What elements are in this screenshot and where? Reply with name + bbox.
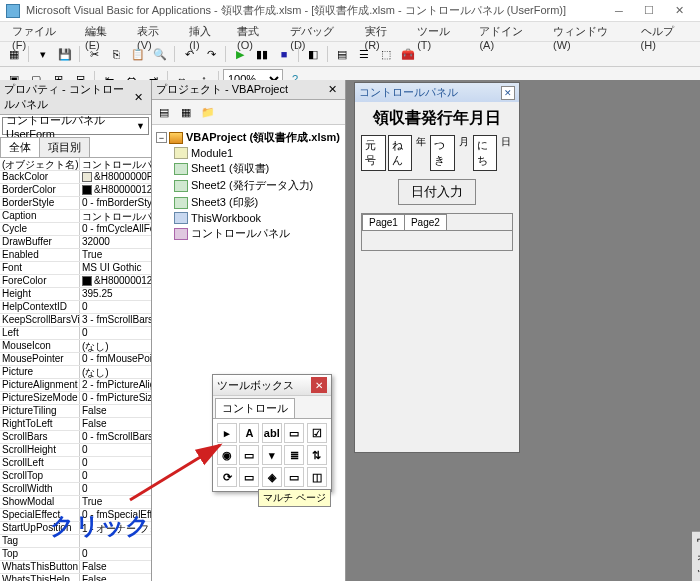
prop-row[interactable]: MousePointer0 - fmMousePointe — [0, 353, 151, 366]
props-close-icon[interactable]: ✕ — [130, 91, 147, 104]
prop-value[interactable]: コントロールパネル — [80, 210, 151, 222]
prop-row[interactable]: WhatsThisButtonFalse — [0, 561, 151, 574]
prop-row[interactable]: ForeColor&H80000012& — [0, 275, 151, 288]
prop-row[interactable]: (オブジェクト名)コントロールパネル — [0, 158, 151, 171]
prop-value[interactable]: 0 - fmScrollBarsN — [80, 431, 151, 443]
prop-row[interactable]: PictureTilingFalse — [0, 405, 151, 418]
menu-edit[interactable]: 編集(E) — [77, 22, 129, 41]
tb-objbrowser[interactable]: ⬚ — [376, 44, 396, 64]
prop-value[interactable]: True — [80, 496, 151, 508]
prop-value[interactable]: False — [80, 418, 151, 430]
tb-save[interactable]: 💾 — [55, 44, 75, 64]
tb-props[interactable]: ☰ — [354, 44, 374, 64]
prop-row[interactable]: BackColor&H8000000F& — [0, 171, 151, 184]
prop-value[interactable]: 0 — [80, 327, 151, 339]
tb-project[interactable]: ▤ — [332, 44, 352, 64]
toolbox-tool-10[interactable]: ⟳ — [217, 467, 237, 487]
prop-value[interactable]: 0 — [80, 457, 151, 469]
tree-node[interactable]: コントロールパネル — [174, 225, 341, 242]
prop-value[interactable]: 0 — [80, 444, 151, 456]
toolbox-tool-9[interactable]: ⇅ — [307, 445, 327, 465]
prop-row[interactable]: DrawBuffer32000 — [0, 236, 151, 249]
props-tab-all[interactable]: 全体 — [0, 137, 40, 157]
proj-view-code[interactable]: ▤ — [154, 102, 174, 122]
expand-icon[interactable]: − — [156, 132, 167, 143]
prop-value[interactable]: 395.25 — [80, 288, 151, 300]
toolbox-tool-7[interactable]: ▾ — [262, 445, 282, 465]
toolbox-tool-0[interactable]: ▸ — [217, 423, 237, 443]
tree-root[interactable]: − VBAProject (領収書作成.xlsm) — [156, 129, 341, 146]
tb-reset[interactable]: ■ — [274, 44, 294, 64]
prop-value[interactable]: 32000 — [80, 236, 151, 248]
toolbox-tool-13[interactable]: ▭ — [284, 467, 304, 487]
toolbox-tool-11[interactable]: ▭ — [239, 467, 259, 487]
menu-help[interactable]: ヘルプ(H) — [633, 22, 696, 41]
era-combo[interactable]: 元号 — [361, 135, 386, 171]
prop-row[interactable]: HelpContextID0 — [0, 301, 151, 314]
prop-row[interactable]: Captionコントロールパネル — [0, 210, 151, 223]
prop-value[interactable]: 0 — [80, 301, 151, 313]
prop-row[interactable]: BorderStyle0 - fmBorderStyle — [0, 197, 151, 210]
prop-value[interactable]: 3 - fmScrollBarsB — [80, 314, 151, 326]
proj-folder[interactable]: 📁 — [198, 102, 218, 122]
proj-view-object[interactable]: ▦ — [176, 102, 196, 122]
prop-row[interactable]: BorderColor&H80000012& — [0, 184, 151, 197]
prop-value[interactable]: MS UI Gothic — [80, 262, 151, 274]
prop-row[interactable]: ShowModalTrue — [0, 496, 151, 509]
form-designer[interactable]: コントロールパネル ✕ 領収書発行年月日 元号 ねん 年 つき 月 にち 日 日… — [346, 80, 700, 581]
prop-row[interactable]: ScrollWidth0 — [0, 483, 151, 496]
prop-row[interactable]: RightToLeftFalse — [0, 418, 151, 431]
toolbox-tool-5[interactable]: ◉ — [217, 445, 237, 465]
toolbox-tool-14[interactable]: ◫ — [307, 467, 327, 487]
maximize-button[interactable]: ☐ — [634, 1, 664, 21]
multipage-control[interactable]: Page1 Page2 — [361, 213, 513, 251]
menu-view[interactable]: 表示(V) — [129, 22, 181, 41]
prop-value[interactable]: 0 - fmMousePointe — [80, 353, 151, 365]
tree-node[interactable]: Sheet1 (領収書) — [174, 160, 341, 177]
project-tree[interactable]: − VBAProject (領収書作成.xlsm) Module1Sheet1 … — [152, 125, 345, 581]
menu-format[interactable]: 書式(O) — [229, 22, 282, 41]
prop-value[interactable]: &H80000012& — [80, 184, 151, 196]
day-field[interactable]: にち — [473, 135, 498, 171]
tb-find[interactable]: 🔍 — [150, 44, 170, 64]
prop-value[interactable]: 2 - fmPictureAlign — [80, 379, 151, 391]
toolbox-close-icon[interactable]: ✕ — [311, 377, 327, 393]
year-field[interactable]: ねん — [388, 135, 413, 171]
tb-redo[interactable]: ↷ — [201, 44, 221, 64]
tb-run[interactable]: ▶ — [230, 44, 250, 64]
tb-cut[interactable]: ✂ — [84, 44, 104, 64]
menu-window[interactable]: ウィンドウ(W) — [545, 22, 632, 41]
toolbox-tool-1[interactable]: A — [239, 423, 259, 443]
prop-row[interactable]: ScrollHeight0 — [0, 444, 151, 457]
tb-paste[interactable]: 📋 — [128, 44, 148, 64]
close-button[interactable]: ✕ — [664, 1, 694, 21]
prop-value[interactable]: 0 — [80, 548, 151, 560]
prop-value[interactable]: 0 - fmCycleAllFor — [80, 223, 151, 235]
prop-value[interactable]: False — [80, 561, 151, 573]
prop-value[interactable]: (なし) — [80, 340, 151, 352]
prop-value[interactable]: 0 — [80, 483, 151, 495]
prop-row[interactable]: Picture(なし) — [0, 366, 151, 379]
prop-row[interactable]: Top0 — [0, 548, 151, 561]
prop-row[interactable]: ScrollBars0 - fmScrollBarsN — [0, 431, 151, 444]
userform-body[interactable]: 領収書発行年月日 元号 ねん 年 つき 月 にち 日 日付入力 Page1 Pa… — [355, 102, 519, 452]
prop-value[interactable]: &H8000000F& — [80, 171, 151, 183]
multipage-tab-2[interactable]: Page2 — [404, 214, 447, 230]
tree-node[interactable]: Sheet3 (印影) — [174, 194, 341, 211]
menu-file[interactable]: ファイル(F) — [4, 22, 77, 41]
tree-node[interactable]: Sheet2 (発行データ入力) — [174, 177, 341, 194]
toolbox-titlebar[interactable]: ツールボックス ✕ — [213, 375, 331, 396]
menu-insert[interactable]: 挿入(I) — [181, 22, 229, 41]
toolbox-tool-4[interactable]: ☑ — [307, 423, 327, 443]
prop-value[interactable]: &H80000012& — [80, 275, 151, 287]
prop-row[interactable]: EnabledTrue — [0, 249, 151, 262]
minimize-button[interactable]: ─ — [604, 1, 634, 21]
prop-value[interactable]: False — [80, 574, 151, 581]
date-input-button[interactable]: 日付入力 — [398, 179, 476, 205]
multipage-tab-1[interactable]: Page1 — [362, 214, 405, 230]
prop-value[interactable]: 0 - fmBorderStyle — [80, 197, 151, 209]
menu-tools[interactable]: ツール(T) — [409, 22, 471, 41]
toolbox-tab-controls[interactable]: コントロール — [215, 398, 295, 418]
toolbox-tool-2[interactable]: abl — [262, 423, 282, 443]
tb-design[interactable]: ◧ — [303, 44, 323, 64]
